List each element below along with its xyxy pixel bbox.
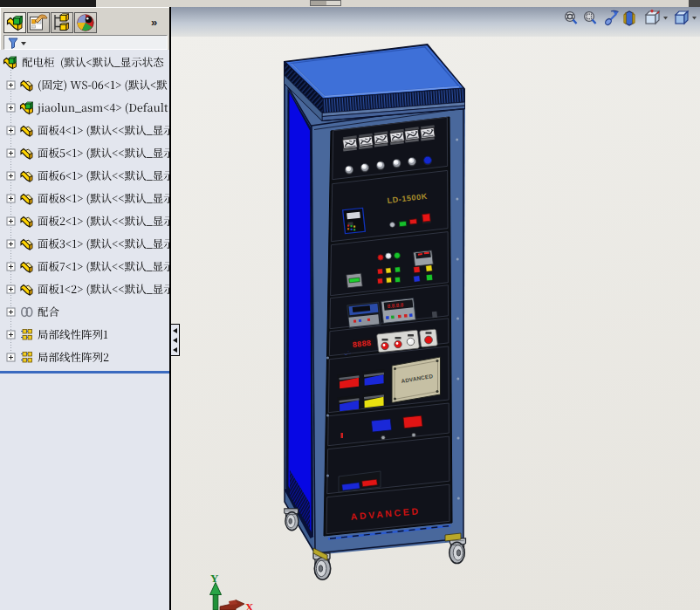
svg-text:Y: Y bbox=[210, 572, 219, 585]
svg-text:X: X bbox=[245, 600, 254, 610]
svg-text:._.'..: ._.'.. bbox=[344, 350, 352, 355]
